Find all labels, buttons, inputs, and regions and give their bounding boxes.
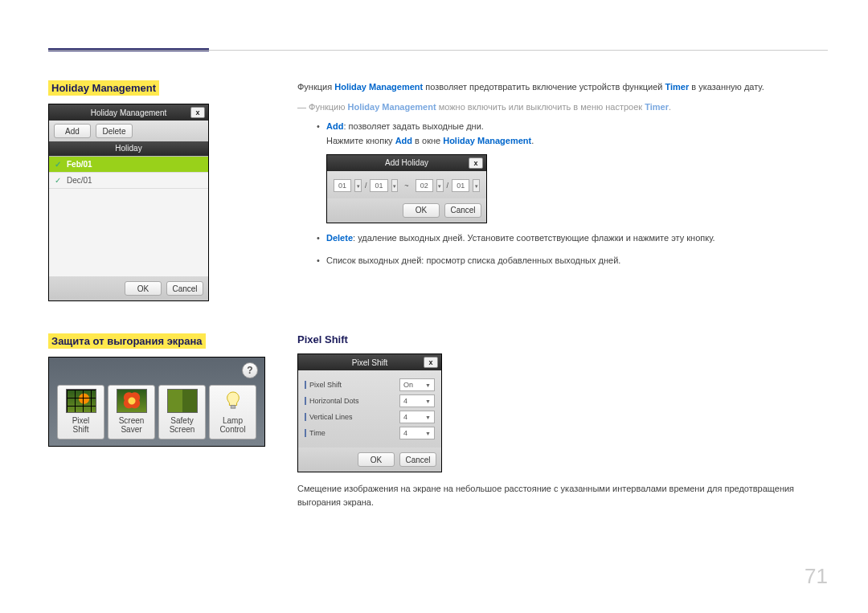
- chevron-down-icon: ▼: [425, 398, 431, 404]
- bulb-icon: [218, 389, 248, 413]
- sp-label-l1: Pixel: [59, 416, 102, 425]
- ah-footer: OK Cancel: [327, 198, 486, 223]
- ah-date-range: 01 ▾ / 01 ▾ ~ 02 ▾ /: [334, 179, 480, 192]
- stepper-icon[interactable]: ▾: [473, 179, 480, 192]
- ah-titlebar: Add Holiday x: [327, 155, 486, 171]
- row-accent-icon: [305, 397, 306, 405]
- ah-title-text: Add Holiday: [385, 157, 428, 170]
- sp-label-l2: Control: [211, 425, 254, 434]
- pixel-shift-thumb-icon: [66, 389, 96, 413]
- stepper-icon[interactable]: ▾: [436, 179, 444, 192]
- list-item[interactable]: ✓ Dec/01: [49, 173, 208, 189]
- ok-button[interactable]: OK: [403, 203, 440, 218]
- holiday-management-window: Holiday Management x Add Delete Holiday …: [48, 104, 209, 301]
- ok-button[interactable]: OK: [358, 452, 395, 467]
- sp-label-l2: Saver: [110, 425, 153, 434]
- svg-rect-0: [231, 406, 235, 409]
- ps-title-text: Pixel Shift: [352, 358, 387, 367]
- ps-titlebar: Pixel Shift x: [298, 354, 441, 370]
- section-title-burnin: Защита от выгорания экрана: [48, 333, 206, 349]
- sp-label-l1: Screen: [110, 416, 153, 425]
- page-number: 71: [805, 564, 828, 589]
- stepper-icon[interactable]: ▾: [391, 179, 399, 192]
- screen-saver-thumb-icon: [117, 389, 147, 413]
- time-select[interactable]: 4▼: [399, 427, 435, 439]
- cancel-button[interactable]: Cancel: [444, 203, 481, 218]
- delete-button[interactable]: Delete: [96, 124, 133, 138]
- toolbar-item-pixel-shift[interactable]: Pixel Shift: [57, 385, 104, 439]
- hm-toolbar: Add Delete: [49, 121, 208, 141]
- checkmark-icon: ✓: [49, 176, 67, 185]
- hm-column-header: Holiday: [49, 141, 208, 156]
- close-icon[interactable]: x: [469, 157, 483, 169]
- slash: /: [447, 180, 449, 191]
- note-holiday-toggle: ― Функцию Holiday Management можно включ…: [297, 100, 828, 114]
- row-accent-icon: [305, 413, 306, 421]
- close-icon[interactable]: x: [424, 357, 438, 368]
- holiday-date: Dec/01: [67, 176, 92, 185]
- sp-label-l2: Screen: [161, 425, 203, 434]
- sp-label-l1: Safety: [161, 416, 203, 425]
- para-pixel-shift-desc: Смещение изображения на экране на неболь…: [297, 482, 828, 509]
- day-to-input[interactable]: 01: [452, 179, 469, 192]
- ps-footer: OK Cancel: [298, 447, 441, 472]
- holiday-date: Feb/01: [67, 160, 92, 169]
- screen-protection-toolbar: ? Pixel Shift Screen Saver: [48, 357, 265, 447]
- chevron-down-icon: ▼: [425, 415, 431, 420]
- toolbar-item-safety-screen[interactable]: Safety Screen: [158, 385, 206, 439]
- month-from-input[interactable]: 01: [334, 179, 351, 192]
- pixel-shift-window: Pixel Shift x Pixel Shift On▼ Horizontal…: [297, 353, 442, 472]
- cancel-button[interactable]: Cancel: [166, 281, 203, 296]
- ps-row-horizontal: Horizontal Dots 4▼: [305, 393, 435, 409]
- close-icon[interactable]: x: [190, 107, 205, 118]
- subsection-title-pixel-shift: Pixel Shift: [297, 333, 828, 345]
- sp-label-l1: Lamp: [211, 416, 254, 425]
- row-accent-icon: [305, 381, 306, 389]
- slash: /: [365, 180, 367, 191]
- help-icon[interactable]: ?: [242, 362, 258, 378]
- bullet-delete: Delete: удаление выходных дней. Установи…: [317, 231, 828, 246]
- month-to-input[interactable]: 02: [416, 179, 433, 192]
- bullet-list-holidays: Список выходных дней: просмотр списка до…: [317, 254, 828, 268]
- cancel-button[interactable]: Cancel: [399, 452, 436, 467]
- hm-title-text: Holiday Management: [91, 108, 167, 117]
- vertical-lines-select[interactable]: 4▼: [399, 411, 435, 423]
- range-separator: ~: [404, 180, 408, 191]
- pixel-shift-select[interactable]: On▼: [399, 378, 435, 391]
- ps-row-vertical: Vertical Lines 4▼: [305, 409, 435, 425]
- chevron-down-icon: ▼: [425, 382, 431, 388]
- row-accent-icon: [305, 429, 306, 437]
- toolbar-item-lamp-control[interactable]: Lamp Control: [209, 385, 256, 439]
- safety-screen-thumb-icon: [167, 389, 198, 413]
- ps-row-time: Time 4▼: [305, 425, 435, 441]
- ok-button[interactable]: OK: [125, 281, 162, 296]
- header-divider: [48, 50, 828, 51]
- sp-label-l2: Shift: [59, 425, 102, 434]
- hm-titlebar: Holiday Management x: [49, 104, 208, 121]
- stepper-icon[interactable]: ▾: [354, 179, 362, 192]
- hm-holiday-list: ✓ Feb/01 ✓ Dec/01: [49, 156, 208, 276]
- list-item[interactable]: ✓ Feb/01: [49, 157, 208, 173]
- add-button[interactable]: Add: [54, 124, 91, 138]
- add-holiday-window: Add Holiday x 01 ▾ / 01 ▾: [326, 154, 487, 223]
- checkmark-icon: ✓: [49, 160, 67, 169]
- ps-row-pixel-shift: Pixel Shift On▼: [305, 377, 435, 393]
- bullet-add: Add: позволяет задать выходные дни. Нажм…: [317, 120, 828, 223]
- horizontal-dots-select[interactable]: 4▼: [399, 394, 435, 407]
- section-title-holiday: Holiday Management: [48, 80, 159, 96]
- day-from-input[interactable]: 01: [370, 179, 387, 192]
- toolbar-item-screen-saver[interactable]: Screen Saver: [108, 385, 155, 439]
- para-holiday-intro: Функция Holiday Management позволяет пре…: [297, 80, 828, 94]
- chevron-down-icon: ▼: [425, 431, 431, 436]
- hm-footer: OK Cancel: [49, 276, 208, 300]
